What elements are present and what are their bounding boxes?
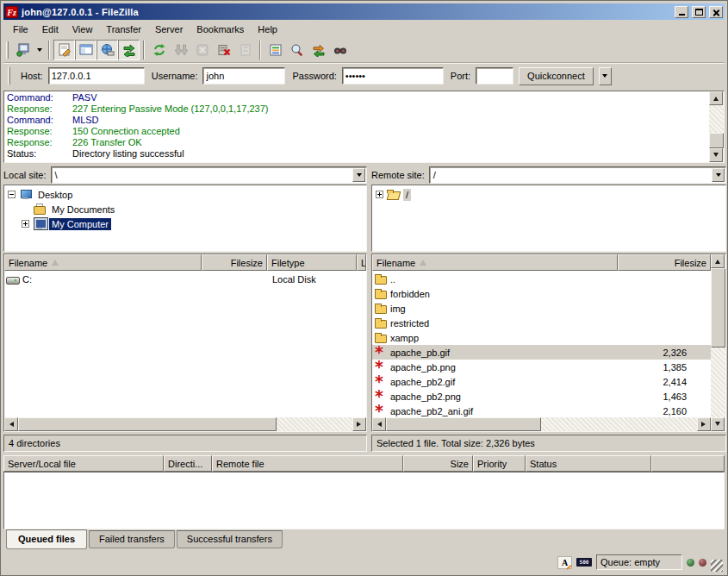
port-input[interactable] — [476, 67, 513, 85]
scroll-thumb[interactable] — [709, 133, 724, 148]
scroll-thumb[interactable] — [18, 417, 277, 431]
queue-list-body[interactable] — [3, 472, 725, 529]
menu-item[interactable]: Server — [148, 22, 190, 37]
disconnect-button[interactable] — [213, 40, 234, 60]
quickconnect-button[interactable]: Quickconnect — [519, 67, 594, 85]
process-queue-button[interactable] — [170, 40, 191, 60]
maximize-button[interactable] — [692, 6, 706, 18]
file-row[interactable]: C: Local Disk — [4, 272, 366, 286]
scroll-down-button[interactable] — [709, 148, 723, 162]
local-horizontal-scrollbar[interactable] — [4, 417, 366, 431]
local-site-dropdown-button[interactable] — [352, 168, 365, 182]
local-site-combo[interactable]: \ — [51, 166, 367, 184]
tree-expander-icon[interactable] — [376, 191, 383, 198]
window-resize-grip[interactable] — [711, 560, 723, 572]
tree-expander-icon[interactable] — [8, 191, 16, 198]
scroll-up-button[interactable] — [711, 254, 725, 268]
tree-expander-icon[interactable] — [22, 220, 29, 228]
tab-successful-transfers[interactable]: Successful transfers — [177, 530, 283, 548]
file-row[interactable]: restricted — [372, 316, 711, 330]
column-header-filename[interactable]: Filename — [4, 254, 202, 271]
menu-item[interactable]: Bookmarks — [190, 22, 251, 37]
scroll-track[interactable] — [711, 268, 725, 417]
scroll-track[interactable] — [386, 417, 697, 431]
column-header-filename[interactable]: Filename — [372, 254, 618, 271]
refresh-button[interactable] — [148, 40, 170, 60]
reconnect-button[interactable] — [234, 40, 256, 60]
site-manager-button[interactable] — [12, 40, 34, 60]
tree-item[interactable]: My Documents — [4, 202, 366, 216]
site-manager-dropdown-button[interactable] — [34, 40, 45, 60]
file-row[interactable]: apache_pb.gif 2,326 — [372, 345, 711, 360]
file-row[interactable]: apache_pb.png 1,385 — [372, 360, 711, 374]
toggle-local-tree-button[interactable] — [75, 40, 96, 60]
remote-vertical-scrollbar[interactable] — [711, 254, 725, 431]
find-files-button[interactable] — [329, 40, 351, 60]
column-header-remote-file[interactable]: Remote file — [212, 455, 403, 472]
scroll-right-button[interactable] — [697, 417, 711, 431]
file-row[interactable]: apache_pb2_ani.gif 2,160 — [372, 404, 711, 417]
column-header-last-modified[interactable]: L — [357, 254, 366, 271]
username-input[interactable] — [202, 67, 285, 85]
quickconnect-dropdown-button[interactable] — [599, 67, 612, 85]
scroll-right-button[interactable] — [352, 417, 366, 431]
file-row[interactable]: forbidden — [372, 286, 711, 301]
host-input[interactable] — [48, 67, 145, 85]
column-header-server-local-file[interactable]: Server/Local file — [3, 455, 164, 472]
password-input[interactable] — [342, 67, 444, 85]
tab-failed-transfers[interactable]: Failed transfers — [89, 530, 175, 548]
close-button[interactable] — [709, 6, 723, 18]
toolbar-gripper[interactable] — [6, 41, 9, 59]
column-header-filetype[interactable]: Filetype — [267, 254, 357, 271]
scroll-track[interactable] — [709, 105, 724, 148]
quickbar-gripper[interactable] — [8, 67, 10, 85]
scroll-up-button[interactable] — [709, 91, 723, 105]
file-row[interactable]: apache_pb2.gif 2,414 — [372, 374, 711, 389]
local-list-body[interactable]: C: Local Disk — [4, 271, 366, 417]
speed-limits-icon[interactable]: 500 — [576, 558, 592, 567]
menu-item[interactable]: View — [65, 22, 100, 37]
file-row[interactable]: apache_pb2.png 1,463 — [372, 389, 711, 404]
scroll-thumb[interactable] — [711, 268, 725, 347]
menu-item[interactable]: File — [6, 22, 35, 37]
remote-list-body[interactable]: .. forbidden img — [372, 271, 711, 417]
toggle-transfer-queue-button[interactable] — [118, 40, 140, 60]
toggle-remote-tree-button[interactable] — [96, 40, 118, 60]
synchronized-browsing-button[interactable] — [308, 40, 329, 60]
toggle-message-log-button[interactable] — [53, 40, 75, 60]
scroll-thumb[interactable] — [386, 417, 541, 431]
title-bar[interactable]: Fz john@127.0.0.1 - FileZilla — [3, 3, 725, 20]
column-header-status[interactable]: Status — [526, 455, 651, 472]
menu-item[interactable]: Edit — [35, 22, 65, 37]
file-row[interactable]: xampp — [372, 330, 711, 345]
scroll-track[interactable] — [18, 417, 352, 431]
filter-button[interactable] — [264, 40, 286, 60]
menu-item[interactable]: Help — [251, 22, 284, 37]
column-header-priority[interactable]: Priority — [473, 455, 526, 472]
log-vertical-scrollbar[interactable] — [709, 91, 724, 162]
scroll-left-button[interactable] — [4, 417, 18, 431]
tree-item[interactable]: Desktop — [4, 187, 366, 202]
remote-site-combo[interactable]: / — [429, 166, 726, 184]
directory-comparison-button[interactable] — [286, 40, 308, 60]
minimize-button[interactable] — [675, 6, 688, 18]
file-row[interactable]: img — [372, 301, 711, 316]
tree-item[interactable]: / — [372, 187, 725, 202]
message-log[interactable]: Command: PASV Response: 227 Entering Pas… — [4, 91, 709, 162]
cancel-operation-button[interactable] — [191, 40, 213, 60]
column-header-filesize[interactable]: Filesize — [618, 254, 711, 271]
remote-horizontal-scrollbar[interactable] — [372, 417, 711, 431]
tree-item[interactable]: My Computer — [4, 216, 366, 231]
local-directory-tree[interactable]: Desktop My Documents My Computer — [3, 185, 367, 252]
scroll-left-button[interactable] — [372, 417, 386, 431]
menu-item[interactable]: Transfer — [99, 22, 148, 37]
file-row[interactable]: .. — [372, 272, 711, 286]
column-header-direction[interactable]: Directi... — [164, 455, 212, 472]
scroll-down-button[interactable] — [711, 417, 725, 431]
column-header-size[interactable]: Size — [403, 455, 473, 472]
remote-site-dropdown-button[interactable] — [712, 168, 725, 182]
tab-queued-files[interactable]: Queued files — [6, 529, 87, 549]
remote-directory-tree[interactable]: / — [371, 185, 726, 252]
transfer-type-icon[interactable]: A — [557, 556, 572, 569]
column-header-filesize[interactable]: Filesize — [202, 254, 267, 271]
